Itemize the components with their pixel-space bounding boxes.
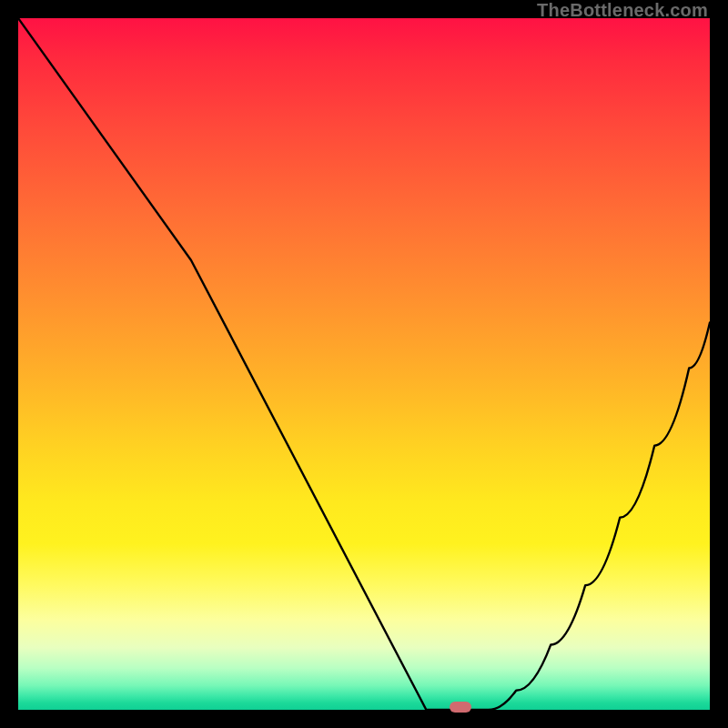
chart-frame: TheBottleneck.com xyxy=(0,0,728,728)
bottleneck-curve xyxy=(18,18,710,710)
optimal-marker xyxy=(450,702,471,713)
